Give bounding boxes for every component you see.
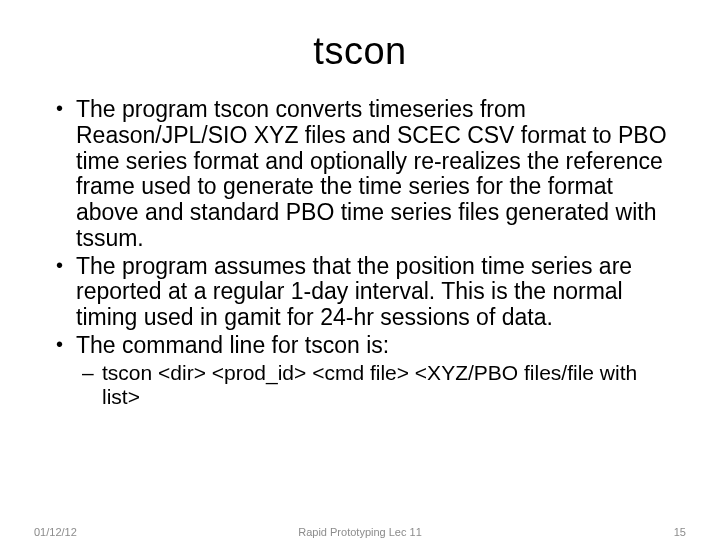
- slide-title: tscon: [50, 30, 670, 73]
- sub-bullet-text: tscon <dir> <prod_id> <cmd file> <XYZ/PB…: [102, 361, 637, 408]
- bullet-text: The program assumes that the position ti…: [76, 253, 632, 331]
- footer-page-number: 15: [674, 526, 686, 538]
- bullet-text: The command line for tscon is:: [76, 332, 389, 358]
- bullet-text: The program tscon converts timeseries fr…: [76, 96, 667, 251]
- bullet-item: The program assumes that the position ti…: [50, 254, 670, 331]
- bullet-item: The program tscon converts timeseries fr…: [50, 97, 670, 252]
- sub-bullet-item: tscon <dir> <prod_id> <cmd file> <XYZ/PB…: [76, 361, 670, 409]
- sub-bullet-list: tscon <dir> <prod_id> <cmd file> <XYZ/PB…: [76, 361, 670, 409]
- slide: tscon The program tscon converts timeser…: [0, 0, 720, 540]
- bullet-item: The command line for tscon is: tscon <di…: [50, 333, 670, 409]
- bullet-list: The program tscon converts timeseries fr…: [50, 97, 670, 409]
- footer-center: Rapid Prototyping Lec 11: [0, 526, 720, 538]
